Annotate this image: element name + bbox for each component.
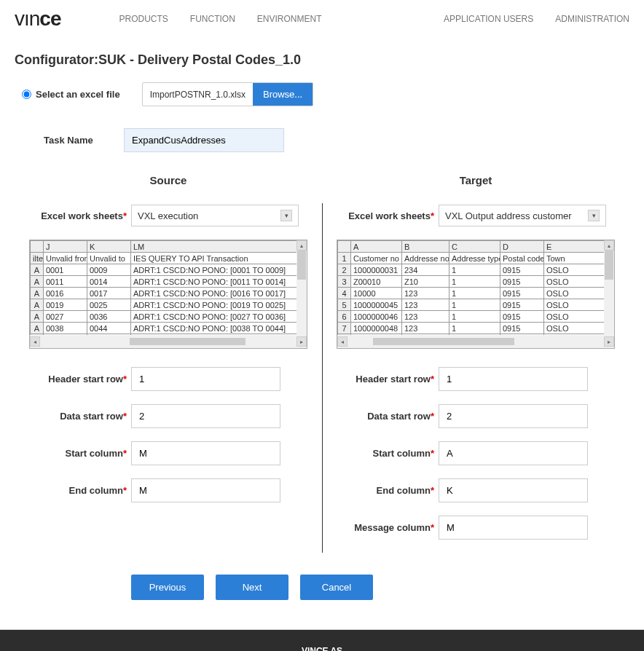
- scrollbar-vertical[interactable]: ▴: [604, 240, 614, 335]
- table-row: 5100000004512310915OSLO: [338, 299, 614, 311]
- table-row: A00270036ADRT:1 CSCD:NO PONO: [0027 TO 0…: [31, 311, 307, 323]
- target-end-column[interactable]: [439, 478, 588, 502]
- footer-company: VINCE AS: [0, 646, 644, 651]
- nav-function[interactable]: FUNCTION: [190, 14, 235, 24]
- nav-products[interactable]: PRODUCTS: [119, 14, 168, 24]
- target-start-column[interactable]: [439, 441, 588, 465]
- table-row: 2100000003123410915OSLO: [338, 264, 614, 276]
- source-end-column[interactable]: [131, 478, 280, 502]
- target-message-column[interactable]: [439, 516, 588, 540]
- source-panel: Source Excel work sheets* VXL execution …: [15, 174, 322, 553]
- table-row: 7100000004812310915OSLO: [338, 323, 614, 334]
- nav-app-users[interactable]: APPLICATION USERS: [444, 14, 533, 24]
- target-worksheet-label: Excel work sheets*: [337, 210, 439, 221]
- cancel-button[interactable]: Cancel: [300, 575, 373, 600]
- table-row: 6100000004612310915OSLO: [338, 311, 614, 323]
- next-button[interactable]: Next: [216, 575, 288, 600]
- previous-button[interactable]: Previous: [131, 575, 204, 600]
- source-title: Source: [29, 174, 307, 186]
- scrollbar-horizontal[interactable]: ◂▸: [30, 335, 307, 348]
- chevron-down-icon: ▾: [280, 210, 292, 221]
- table-row: A00190025ADRT:1 CSCD:NO PONO: [0019 TO 0…: [31, 299, 307, 311]
- column-divider: [322, 203, 323, 553]
- logo: vınce: [15, 7, 61, 31]
- source-worksheet-label: Excel work sheets*: [29, 210, 131, 221]
- source-grid[interactable]: J K LM ilter Unvalid from Unvalid to IES…: [29, 240, 307, 349]
- source-data-start-row[interactable]: [131, 404, 280, 428]
- table-row: A00110014ADRT:1 CSCD:NO PONO: [0011 TO 0…: [31, 276, 307, 288]
- task-name-input[interactable]: [124, 128, 284, 152]
- target-worksheet-select[interactable]: VXL Output address customer ▾: [439, 205, 606, 226]
- source-start-column[interactable]: [131, 441, 280, 465]
- select-file-label: Select an excel file: [36, 89, 120, 100]
- table-row: A00380044ADRT:1 CSCD:NO PONO: [0038 TO 0…: [31, 323, 307, 334]
- task-name-label: Task Name: [44, 135, 109, 146]
- footer: VINCE AS Inkognitogata 34, 0256 OSLO, Or…: [0, 630, 644, 651]
- table-row: A00160017ADRT:1 CSCD:NO PONO: [0016 TO 0…: [31, 288, 307, 299]
- select-file-radio[interactable]: [22, 90, 31, 99]
- target-grid[interactable]: A B C D E 1 Customer no Addresse no Addr…: [337, 240, 615, 349]
- source-worksheet-select[interactable]: VXL execution ▾: [131, 205, 299, 226]
- scrollbar-vertical[interactable]: ▴: [297, 240, 307, 335]
- target-header-start-row[interactable]: [439, 367, 588, 391]
- selected-filename: ImportPOSTNR_1.0.xlsx: [143, 85, 253, 104]
- target-title: Target: [337, 174, 615, 186]
- table-row: A00010009ADRT:1 CSCD:NO PONO: [0001 TO 0…: [31, 264, 307, 276]
- top-nav: vınce PRODUCTS FUNCTION ENVIRONMENT APPL…: [0, 0, 644, 45]
- target-panel: Target Excel work sheets* VXL Output add…: [322, 174, 629, 553]
- file-input-group: ImportPOSTNR_1.0.xlsx Browse...: [142, 82, 314, 106]
- target-data-start-row[interactable]: [439, 404, 588, 428]
- chevron-down-icon: ▾: [588, 210, 600, 221]
- nav-environment[interactable]: ENVIRONMENT: [257, 14, 322, 24]
- scrollbar-horizontal[interactable]: ◂▸: [337, 335, 614, 348]
- table-row: 41000012310915OSLO: [338, 288, 614, 299]
- browse-button[interactable]: Browse...: [253, 83, 313, 106]
- nav-administration[interactable]: ADMINISTRATION: [555, 14, 629, 24]
- page-title: Configurator:SUK - Delivery Postal Codes…: [0, 45, 644, 82]
- table-row: 3Z00010Z1010915OSLO: [338, 276, 614, 288]
- source-header-start-row[interactable]: [131, 367, 280, 391]
